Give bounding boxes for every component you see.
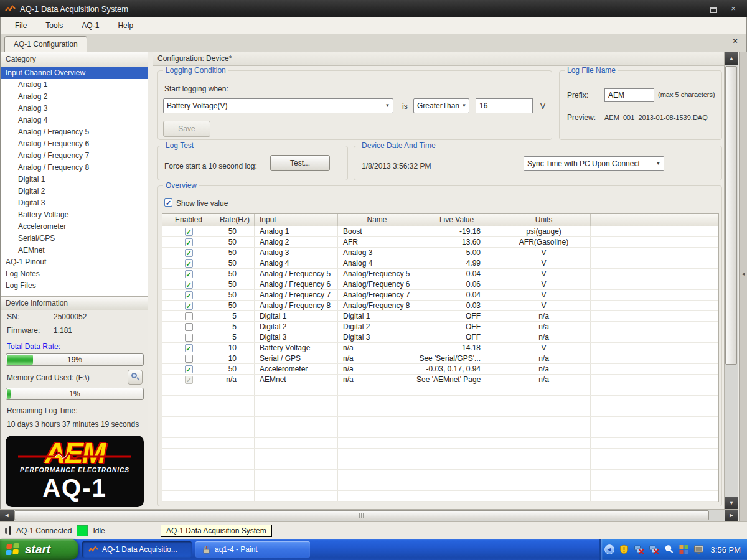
taskbar-task-paint[interactable]: aq1-4 - Paint	[195, 541, 310, 558]
cell-live: 0.04	[416, 269, 497, 279]
column-header-rate-hz-[interactable]: Rate(Hz)	[215, 214, 255, 226]
chevron-down-icon: ▼	[459, 99, 469, 113]
cell-input	[255, 417, 338, 427]
logging-condition-group: Logging Condition Start logging when: Ba…	[157, 70, 552, 140]
table-row	[162, 385, 718, 396]
sidebar-item-digital-2[interactable]: Digital 2	[1, 185, 148, 197]
updates-icon[interactable]	[679, 544, 689, 554]
cell-units	[497, 480, 591, 490]
tab-strip: AQ-1 Configuration ×	[0, 34, 747, 52]
splitter-collapse-icon[interactable]: ◄	[741, 271, 746, 277]
threshold-input[interactable]: 16	[476, 98, 533, 113]
enabled-checkbox[interactable]: ✓	[185, 334, 193, 342]
enabled-checkbox[interactable]: ✓	[185, 344, 193, 352]
start-button[interactable]: start	[0, 539, 78, 560]
scroll-down-icon[interactable]: ▼	[725, 497, 738, 509]
cell-live	[416, 449, 497, 459]
cell-name	[338, 459, 416, 469]
sidebar-item-aq-1-pinout[interactable]: AQ-1 Pinout	[1, 256, 148, 268]
enabled-checkbox[interactable]: ✓	[185, 291, 193, 299]
save-button[interactable]: Save	[163, 121, 210, 137]
log-test-group: Log Test Force start a 10 second log: Te…	[157, 146, 348, 180]
windows-flag-icon	[6, 543, 21, 556]
cell-name: n/a	[338, 343, 416, 353]
cell-input: Analog 4	[255, 258, 338, 268]
sidebar-item-battery-voltage[interactable]: Battery Voltage	[1, 209, 148, 221]
table-row: ✓50Analog 2AFR13.60AFR(Gasoline)	[162, 237, 718, 248]
sidebar-item-analog-1[interactable]: Analog 1	[1, 79, 148, 91]
cell-units: V	[497, 301, 591, 310]
sidebar-item-log-notes[interactable]: Log Notes	[1, 268, 148, 280]
minimize-button[interactable]: –	[685, 2, 702, 15]
operator-select[interactable]: GreaterThan ▼	[413, 98, 469, 113]
sidebar-item-analog-4[interactable]: Analog 4	[1, 114, 148, 126]
enabled-checkbox[interactable]: ✓	[185, 249, 193, 257]
test-button[interactable]: Test...	[270, 155, 330, 171]
menu-help[interactable]: Help	[108, 19, 143, 32]
horizontal-scrollbar-thumb[interactable]	[14, 510, 709, 520]
total-data-rate-link[interactable]: Total Data Rate:	[7, 342, 60, 351]
network-offline-icon[interactable]	[649, 544, 659, 554]
sidebar-item-accelerometer[interactable]: Accelerometer	[1, 221, 148, 233]
cell-rate: 50	[215, 258, 255, 268]
sidebar-item-log-files[interactable]: Log Files	[1, 280, 148, 292]
browse-memory-card-button[interactable]	[128, 370, 143, 385]
cell-name	[338, 502, 416, 502]
enabled-checkbox[interactable]: ✓	[185, 259, 193, 268]
panel-splitter[interactable]: ◄	[739, 52, 747, 521]
vertical-scrollbar-thumb[interactable]	[725, 66, 737, 365]
show-live-value-checkbox[interactable]: ✓	[164, 198, 172, 207]
cell-input	[255, 480, 338, 490]
tab-close-icon[interactable]: ×	[730, 36, 740, 46]
sidebar-item-analog-frequency-7[interactable]: Analog / Frequency 7	[1, 150, 148, 162]
column-header-enabled[interactable]: Enabled	[162, 214, 215, 226]
scroll-left-icon[interactable]: ◄	[0, 510, 14, 521]
sidebar-item-serial-gps[interactable]: Serial/GPS	[1, 233, 148, 245]
horizontal-scrollbar[interactable]: ◄ ►	[0, 509, 738, 521]
enabled-checkbox[interactable]: ✓	[185, 281, 193, 289]
enabled-checkbox[interactable]: ✓	[185, 228, 193, 236]
search-icon[interactable]	[664, 544, 674, 554]
sidebar-item-aemnet[interactable]: AEMnet	[1, 245, 148, 256]
sidebar-item-analog-frequency-8[interactable]: Analog / Frequency 8	[1, 162, 148, 174]
enabled-checkbox[interactable]: ✓	[185, 238, 193, 246]
sidebar-item-digital-1[interactable]: Digital 1	[1, 174, 148, 185]
enabled-checkbox[interactable]: ✓	[185, 355, 193, 363]
menu-aq-1[interactable]: AQ-1	[72, 19, 108, 32]
cell-rate	[215, 438, 255, 448]
column-header-input[interactable]: Input	[255, 214, 338, 226]
column-header-units[interactable]: Units	[497, 214, 591, 226]
sidebar-item-analog-3[interactable]: Analog 3	[1, 103, 148, 114]
table-row	[162, 417, 718, 427]
security-shield-icon[interactable]	[619, 544, 629, 554]
sidebar-item-analog-2[interactable]: Analog 2	[1, 91, 148, 103]
enabled-checkbox[interactable]: ✓	[185, 302, 193, 310]
close-button[interactable]: ×	[725, 2, 742, 15]
sidebar-item-digital-3[interactable]: Digital 3	[1, 197, 148, 209]
vertical-scrollbar[interactable]: ▲ ▼	[724, 52, 738, 509]
enabled-checkbox[interactable]: ✓	[185, 270, 193, 278]
enabled-checkbox[interactable]: ✓	[185, 365, 193, 373]
column-header-live-value[interactable]: Live Value	[416, 214, 497, 226]
sidebar-item-analog-frequency-5[interactable]: Analog / Frequency 5	[1, 126, 148, 138]
cell-name: AFR	[338, 237, 416, 247]
menu-tools[interactable]: Tools	[36, 19, 72, 32]
network-disconnected-icon[interactable]	[634, 544, 644, 554]
enabled-checkbox[interactable]: ✓	[185, 323, 193, 331]
enabled-checkbox[interactable]: ✓	[185, 312, 193, 320]
menu-file[interactable]: File	[6, 19, 36, 32]
tab-aq1-configuration[interactable]: AQ-1 Configuration	[4, 36, 87, 52]
display-icon[interactable]	[693, 544, 704, 554]
sidebar-item-input-channel-overview[interactable]: Input Channel Overview	[1, 67, 148, 79]
column-header-name[interactable]: Name	[338, 214, 416, 226]
sync-time-select[interactable]: Sync Time with PC Upon Connect ▼	[524, 156, 664, 171]
tray-collapse-chevron-icon[interactable]: ◄	[604, 544, 614, 554]
taskbar-task-aq1[interactable]: AQ-1 Data Acquisitio...	[82, 541, 192, 558]
restore-button[interactable]	[705, 2, 722, 15]
table-row	[162, 449, 718, 459]
scroll-right-icon[interactable]: ►	[725, 510, 738, 521]
channel-select[interactable]: Battery Voltage(V) ▼	[163, 98, 393, 113]
prefix-input[interactable]: AEM	[604, 88, 654, 102]
sidebar-item-analog-frequency-6[interactable]: Analog / Frequency 6	[1, 138, 148, 150]
scroll-up-icon[interactable]: ▲	[725, 52, 738, 65]
